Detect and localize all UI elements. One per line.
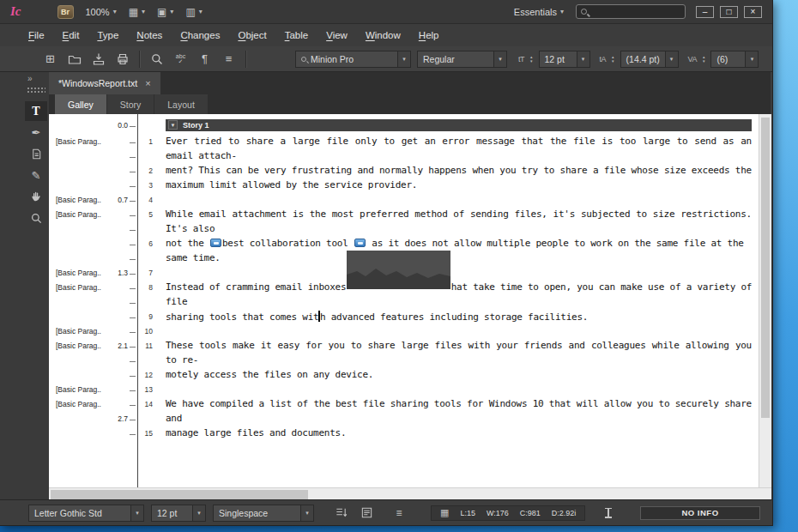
arrange-documents-dropdown[interactable]: ▥ ▾ bbox=[185, 6, 202, 18]
font-style-combo[interactable]: Regular ▾ bbox=[417, 51, 507, 68]
galley-row: [Basic Parag...13 bbox=[49, 382, 759, 396]
menu-table[interactable]: Table bbox=[285, 30, 309, 40]
view-tab-galley[interactable]: Galley bbox=[55, 94, 106, 114]
menu-view[interactable]: View bbox=[326, 30, 348, 40]
maximize-button[interactable]: □ bbox=[720, 6, 738, 18]
status-font-combo[interactable]: Letter Gothic Std ▾ bbox=[28, 505, 144, 522]
bridge-button[interactable]: Br bbox=[57, 5, 74, 19]
status-menu-button[interactable]: ≡ bbox=[390, 505, 408, 521]
line-number: 3 bbox=[137, 181, 158, 190]
zoom-tool-button[interactable] bbox=[148, 51, 166, 68]
workspace-switcher[interactable]: Essentials ▾ bbox=[514, 7, 564, 17]
chevron-down-icon: ▾ bbox=[130, 505, 143, 521]
galley-text-line[interactable]: not the best collaboration tool as it do… bbox=[158, 238, 759, 249]
stats-icon: ▦ bbox=[440, 507, 449, 518]
view-tab-bar: GalleyStoryLayout bbox=[49, 94, 771, 114]
spellcheck-button[interactable]: abc ✓ bbox=[172, 51, 190, 68]
horizontal-scrollbar[interactable] bbox=[49, 487, 771, 500]
tool-type[interactable]: T bbox=[25, 101, 47, 121]
inline-note-icon[interactable] bbox=[354, 239, 366, 247]
tool-hand-icon[interactable] bbox=[25, 187, 47, 207]
view-tab-story[interactable]: Story bbox=[107, 94, 154, 114]
line-spacing-icon[interactable] bbox=[331, 505, 350, 521]
galley-text-line[interactable]: Ever tried to share a large file only to… bbox=[158, 136, 759, 147]
tool-quill-icon[interactable]: ✒ bbox=[25, 123, 47, 142]
tracking-stepper[interactable]: ▴▾ bbox=[703, 55, 705, 63]
embedded-image-placeholder[interactable] bbox=[347, 251, 450, 289]
view-options-dropdown[interactable]: ▦ ▾ bbox=[129, 6, 145, 18]
inline-note-icon[interactable] bbox=[210, 239, 221, 247]
status-bar: Letter Gothic Std ▾ 12 pt ▾ Singlespace … bbox=[0, 499, 772, 525]
galley-text-line[interactable]: same time. bbox=[158, 252, 759, 263]
panel-menu-button[interactable]: ≡ bbox=[220, 51, 238, 68]
galley-text-line[interactable]: We have compiled a list of the best file… bbox=[158, 398, 759, 409]
font-search-icon bbox=[301, 57, 306, 62]
galley-text-line[interactable]: file bbox=[158, 296, 759, 307]
galley-text-line[interactable]: These tools make it easy for you to shar… bbox=[158, 340, 759, 351]
tool-note-icon[interactable] bbox=[25, 144, 47, 164]
menu-type[interactable]: Type bbox=[97, 30, 118, 40]
line-number: 11 bbox=[137, 342, 158, 350]
galley-text-line[interactable]: Instead of cramming email inboxes hat ta… bbox=[158, 281, 759, 293]
galley-text-line[interactable]: email attach- bbox=[158, 150, 759, 161]
font-size-stepper[interactable]: ▴▾ bbox=[530, 55, 533, 63]
vertical-scrollbar-thumb[interactable] bbox=[761, 118, 770, 418]
search-input[interactable] bbox=[576, 4, 686, 19]
document-tab[interactable]: *WindowsReport.txt × bbox=[49, 72, 160, 94]
toolbar-divider bbox=[139, 51, 140, 68]
galley-text-line[interactable]: sharing tools that comes with advanced f… bbox=[158, 311, 759, 323]
depth-ruler-mark: 1.3 bbox=[118, 269, 128, 277]
tracking-combo[interactable]: (6) ▾ bbox=[710, 51, 759, 68]
tool-zoom-icon[interactable] bbox=[25, 209, 47, 228]
zoom-value: 100% bbox=[86, 7, 110, 17]
close-button[interactable]: × bbox=[744, 6, 762, 18]
galley-text-line[interactable]: ment? This can be very frustrating and n… bbox=[158, 165, 759, 176]
galley-text-line[interactable]: motely access the files on any device. bbox=[158, 369, 759, 380]
save-content-button[interactable] bbox=[89, 51, 107, 68]
view-tab-layout[interactable]: Layout bbox=[154, 94, 208, 114]
vertical-scrollbar[interactable] bbox=[759, 114, 771, 487]
line-number: 9 bbox=[137, 312, 158, 321]
story-collapse-icon[interactable]: ▼ bbox=[168, 120, 178, 130]
galley-text-line[interactable]: While email attachment is the most prefe… bbox=[158, 209, 759, 220]
story-header-bar[interactable]: ▼ Story 1 bbox=[166, 119, 752, 131]
galley-text-line[interactable]: It's also bbox=[158, 223, 759, 234]
line-number: 4 bbox=[137, 196, 158, 204]
menu-changes[interactable]: Changes bbox=[180, 30, 220, 40]
galley-text-line[interactable]: maximum limit allowed by the service pro… bbox=[158, 179, 759, 190]
minimize-button[interactable]: – bbox=[696, 6, 714, 18]
hidden-characters-button[interactable]: ¶ bbox=[196, 51, 214, 68]
galley-text-line[interactable]: manage large files and documents. bbox=[158, 427, 759, 438]
menu-edit[interactable]: Edit bbox=[63, 30, 80, 40]
menu-notes[interactable]: Notes bbox=[136, 30, 162, 40]
open-folder-button[interactable] bbox=[65, 51, 83, 68]
status-size-combo[interactable]: 12 pt ▾ bbox=[151, 505, 206, 522]
print-button[interactable] bbox=[113, 51, 131, 68]
screen-mode-dropdown[interactable]: ▣ ▾ bbox=[157, 6, 173, 18]
galley-text-line[interactable]: to re- bbox=[158, 354, 759, 366]
leading-stepper[interactable]: ▴▾ bbox=[612, 55, 614, 63]
tool-pencil-icon[interactable]: ✎ bbox=[25, 166, 47, 185]
menu-file[interactable]: File bbox=[28, 30, 45, 40]
menu-window[interactable]: Window bbox=[366, 30, 401, 40]
add-page-button[interactable]: ⊞ bbox=[41, 51, 59, 68]
search-icon bbox=[581, 9, 587, 15]
story-editor-view-icon[interactable] bbox=[357, 505, 376, 521]
zoom-level-dropdown[interactable]: 100% ▾ bbox=[86, 7, 117, 17]
leading-icon: tA bbox=[600, 55, 607, 63]
stat-depth: D:2.92i bbox=[552, 509, 577, 517]
line-number: 14 bbox=[137, 400, 158, 408]
leading-combo[interactable]: (14.4 pt) ▾ bbox=[620, 51, 679, 68]
tab-close-icon[interactable]: × bbox=[145, 78, 150, 88]
menu-object[interactable]: Object bbox=[238, 30, 266, 40]
font-family-combo[interactable]: Minion Pro ▾ bbox=[295, 51, 411, 68]
font-size-combo[interactable]: 12 pt ▾ bbox=[539, 51, 590, 68]
font-size-icon: tT bbox=[518, 55, 524, 63]
galley-text-line[interactable]: and bbox=[158, 413, 759, 424]
status-spacing-combo[interactable]: Singlespace ▾ bbox=[213, 505, 314, 522]
panel-grip bbox=[27, 87, 45, 94]
chevron-down-icon: ▾ bbox=[745, 51, 758, 67]
menu-help[interactable]: Help bbox=[419, 30, 439, 40]
panel-expand-button[interactable]: » bbox=[0, 72, 49, 83]
horizontal-scrollbar-thumb[interactable] bbox=[51, 490, 308, 499]
